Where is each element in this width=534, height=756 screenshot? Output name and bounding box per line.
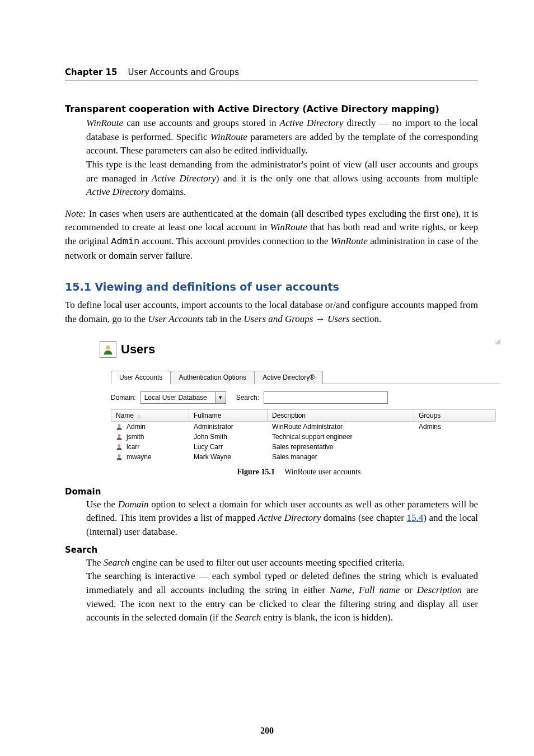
table-row[interactable]: Admin Administrator WinRoute Administrat…	[111, 422, 496, 432]
figure-caption: Figure 15.1 WinRoute user accounts	[97, 468, 500, 477]
paragraph: The searching is interactive — each symb…	[86, 570, 478, 625]
svg-point-0	[106, 345, 110, 349]
svg-point-4	[118, 454, 121, 457]
toolbar: Domain: Local User Database ▼ Search:	[111, 391, 500, 404]
tab-active-directory[interactable]: Active Directory®	[254, 371, 323, 384]
subsection-heading: Transparent cooperation with Active Dire…	[65, 104, 478, 114]
paragraph: Use the Domain option to select a domain…	[86, 498, 478, 539]
col-description[interactable]: Description	[268, 409, 414, 422]
tab-user-accounts[interactable]: User Accounts	[111, 371, 171, 384]
user-icon	[102, 343, 114, 356]
user-icon	[115, 443, 123, 451]
term-domain: Domain	[65, 487, 478, 497]
paragraph: This type is the least demanding from th…	[86, 158, 478, 199]
users-panel-icon	[100, 341, 116, 358]
user-icon	[115, 423, 123, 431]
user-icon	[115, 433, 123, 441]
corner-fold-icon	[495, 339, 500, 344]
chapter-label: Chapter 15	[65, 67, 117, 77]
note-paragraph: Note: In cases when users are authentica…	[65, 207, 478, 263]
domain-combo[interactable]: Local User Database ▼	[140, 391, 226, 404]
svg-point-3	[118, 444, 121, 447]
table-row[interactable]: jsmith John Smith Technical support engi…	[111, 432, 496, 442]
paragraph: To define local user accounts, import ac…	[65, 298, 478, 326]
sort-asc-icon: △	[137, 413, 141, 419]
svg-point-2	[118, 434, 121, 437]
panel-title-text: Users	[121, 342, 155, 357]
term-search: Search	[65, 545, 478, 555]
panel-title-bar: Users	[97, 339, 500, 365]
table-header: Name△ Fullname Description Groups	[111, 409, 496, 422]
table-row[interactable]: lcarr Lucy Carr Sales representative	[111, 442, 496, 452]
col-groups[interactable]: Groups	[414, 409, 496, 422]
search-input[interactable]	[264, 391, 388, 404]
col-fullname[interactable]: Fullname	[189, 409, 268, 422]
figure: Users User Accounts Authentication Optio…	[97, 339, 500, 477]
chapter-link[interactable]: 15.4	[407, 512, 424, 523]
page-number: 200	[0, 726, 534, 736]
paragraph: WinRoute can use accounts and groups sto…	[86, 116, 478, 158]
section-heading: 15.1 Viewing and definitions of user acc…	[65, 281, 478, 293]
tab-bar: User Accounts Authentication Options Act…	[111, 370, 500, 384]
running-head: Chapter 15 User Accounts and Groups	[65, 67, 478, 81]
col-name[interactable]: Name△	[111, 409, 189, 422]
search-label: Search:	[236, 394, 259, 402]
svg-point-1	[118, 424, 121, 427]
tab-authentication-options[interactable]: Authentication Options	[170, 371, 255, 384]
user-icon	[115, 453, 123, 461]
domain-label: Domain:	[111, 394, 136, 402]
chapter-title: User Accounts and Groups	[128, 67, 240, 77]
chevron-down-icon[interactable]: ▼	[215, 392, 226, 403]
domain-combo-value: Local User Database	[141, 394, 215, 402]
paragraph: The Search engine can be used to filter …	[86, 556, 478, 570]
table-row[interactable]: mwayne Mark Wayne Sales manager	[111, 452, 496, 462]
users-table: Name△ Fullname Description Groups Admin …	[111, 409, 496, 462]
